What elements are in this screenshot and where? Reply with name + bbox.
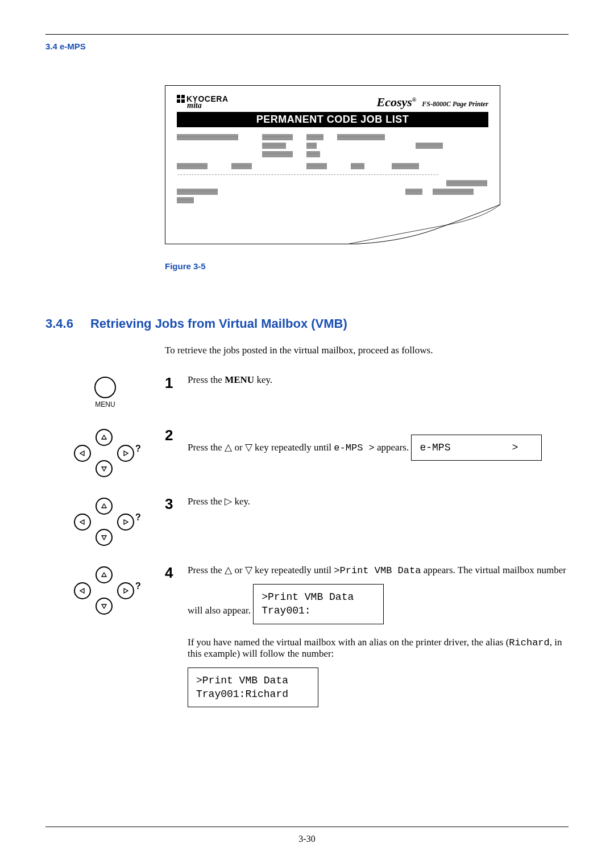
- left-arrow-icon: [74, 582, 91, 599]
- kyocera-logo: KYOCERA mita: [177, 95, 229, 110]
- up-arrow-icon: [96, 566, 113, 583]
- job-list-title-bar: PERMANENT CODE JOB LIST: [177, 112, 488, 127]
- question-mark-icon: ?: [135, 444, 141, 454]
- page-number: 3-30: [0, 834, 614, 844]
- figure-permanent-code-job-list: KYOCERA mita Ecosys® FS-8000C Page Print…: [165, 85, 500, 244]
- section-title: Retrieving Jobs from Virtual Mailbox (VM…: [90, 316, 347, 331]
- menu-key-icon: MENU: [94, 377, 116, 408]
- arrow-keys-icon: ?: [74, 498, 136, 546]
- down-arrow-icon: [96, 598, 113, 615]
- down-arrow-icon: [96, 460, 113, 477]
- step-number-2: 2: [165, 427, 188, 444]
- step-2-text: Press the △ or ▽ key repeatedly until e-…: [188, 427, 569, 461]
- svg-rect-1: [181, 95, 185, 98]
- step-3-text: Press the ▷ key.: [188, 495, 569, 507]
- section-number: 3.4.6: [45, 316, 73, 331]
- step-number-1: 1: [165, 374, 188, 392]
- question-mark-icon: ?: [135, 512, 141, 523]
- step-number-3: 3: [165, 495, 188, 513]
- job-list-body: ▓▓▓▓▓▓▓▓▓▓▓▓▓▓▓▓▓▓ ▓▓▓▓▓▓▓▓▓ ▓▓▓▓▓ ▓▓▓▓▓…: [177, 133, 488, 205]
- printer-model-label: FS-8000C Page Printer: [422, 100, 488, 110]
- step-4-text: Press the △ or ▽ key repeatedly until >P…: [188, 564, 569, 707]
- question-mark-icon: ?: [135, 581, 141, 591]
- left-arrow-icon: [74, 514, 91, 531]
- arrow-keys-icon: ?: [74, 566, 136, 615]
- arrow-keys-icon: ?: [74, 429, 136, 477]
- svg-rect-3: [181, 99, 185, 103]
- figure-caption: Figure 3-5: [165, 261, 500, 271]
- lcd-display-emps: e-MPS >: [411, 435, 542, 461]
- header-section-link[interactable]: 3.4 e-MPS: [45, 41, 569, 51]
- up-arrow-icon: [96, 429, 113, 446]
- right-arrow-icon: [117, 445, 134, 462]
- page-curl-icon: [347, 205, 500, 244]
- svg-rect-0: [177, 95, 180, 98]
- svg-rect-2: [177, 99, 180, 103]
- kyocera-mark-icon: [177, 95, 185, 103]
- right-arrow-icon: [117, 514, 134, 531]
- lcd-display-vmb-1: >Print VMB Data Tray001:: [253, 584, 384, 624]
- right-arrow-icon: [117, 582, 134, 599]
- down-arrow-icon: [96, 529, 113, 546]
- intro-paragraph: To retrieve the jobs posted in the virtu…: [165, 345, 569, 356]
- left-arrow-icon: [74, 445, 91, 462]
- step-number-4: 4: [165, 564, 188, 582]
- step-1-text: Press the MENU key.: [188, 374, 569, 386]
- ecosys-logo: Ecosys®: [377, 95, 417, 110]
- up-arrow-icon: [96, 498, 113, 515]
- lcd-display-vmb-2: >Print VMB Data Tray001:Richard: [188, 667, 318, 708]
